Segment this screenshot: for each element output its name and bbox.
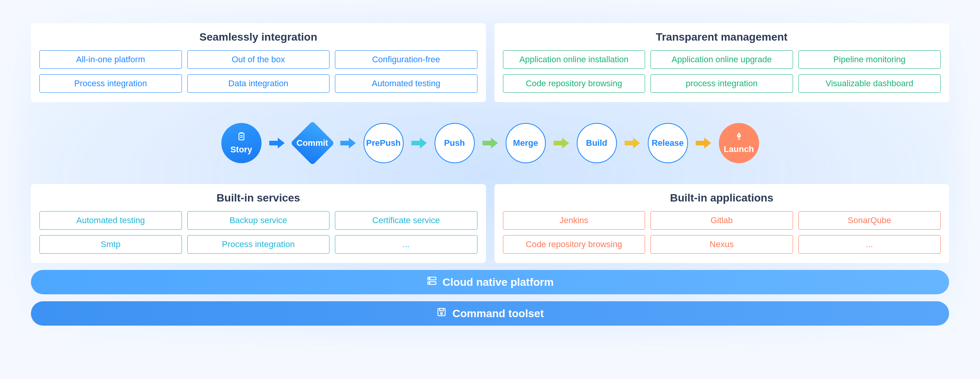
tag: ... (335, 235, 477, 254)
svg-point-4 (429, 278, 430, 279)
tag: Process integration (39, 74, 182, 93)
tag: Visualizable dashboard (798, 74, 941, 93)
panel-services: Built-in services Automated testing Back… (31, 184, 486, 263)
tag: Data integration (187, 74, 330, 93)
panel-integration: Seamlessly integration All-in-one platfo… (31, 23, 486, 102)
server-icon (426, 275, 437, 289)
arrow-icon (625, 137, 640, 149)
tag: Pipeline monitoring (798, 50, 941, 69)
svg-point-7 (441, 312, 443, 314)
node-label: Release (652, 138, 684, 148)
panel-title: Built-in applications (503, 192, 941, 204)
node-label: PrePush (366, 138, 401, 148)
svg-point-1 (738, 134, 739, 135)
clipboard-icon (236, 131, 246, 144)
node-merge: Merge (506, 123, 546, 163)
tag: SonarQube (798, 211, 941, 230)
svg-point-5 (429, 283, 430, 283)
node-prepush: PrePush (363, 123, 404, 163)
node-push: Push (435, 123, 475, 163)
tag: Automated testing (335, 74, 477, 93)
tag: Application online upgrade (651, 50, 793, 69)
bar-platform: Cloud native platform (31, 270, 949, 294)
tag: Automated testing (39, 211, 182, 230)
panel-apps: Built-in applications Jenkins Gitlab Son… (494, 184, 949, 263)
tag: Jenkins (503, 211, 645, 230)
arrow-icon (411, 137, 427, 149)
node-label: Launch (724, 144, 754, 154)
node-label: Commit (292, 123, 333, 163)
arrow-icon (482, 137, 498, 149)
pipeline: Story Commit PrePush Push Merge Build Re… (31, 112, 949, 174)
tag: Code repository browsing (503, 235, 645, 254)
tag: Configuration-free (335, 50, 477, 69)
node-release: Release (648, 123, 688, 163)
bar-label: Command toolset (452, 307, 544, 320)
tag: Certificate service (335, 211, 477, 230)
svg-rect-0 (239, 133, 244, 140)
tag: ... (798, 235, 941, 254)
panel-title: Built-in services (39, 192, 477, 204)
tag: All-in-one platform (39, 50, 182, 69)
bar-label: Cloud native platform (443, 276, 554, 289)
node-label: Story (230, 145, 252, 155)
tag: process integration (651, 74, 793, 93)
node-commit: Commit (292, 123, 333, 163)
tag: Nexus (651, 235, 793, 254)
node-launch: Launch (719, 123, 759, 163)
tag: Smtp (39, 235, 182, 254)
node-story: Story (221, 123, 262, 163)
tag: Backup service (187, 211, 330, 230)
tag: Process integration (187, 235, 330, 254)
node-label: Build (586, 138, 607, 148)
tag: Out of the box (187, 50, 330, 69)
tag: Code repository browsing (503, 74, 645, 93)
panel-management: Transparent management Application onlin… (494, 23, 949, 102)
bar-toolset: Command toolset (31, 301, 949, 326)
panel-title: Seamlessly integration (39, 31, 477, 43)
save-icon (436, 307, 447, 320)
arrow-icon (340, 137, 356, 149)
tag: Application online installation (503, 50, 645, 69)
node-label: Merge (513, 138, 538, 148)
arrow-icon (554, 137, 569, 149)
rocket-icon (734, 132, 744, 143)
panel-title: Transparent management (503, 31, 941, 43)
arrow-icon (269, 137, 285, 149)
node-label: Push (444, 138, 465, 148)
tag: Gitlab (651, 211, 793, 230)
arrow-icon (696, 137, 711, 149)
node-build: Build (577, 123, 617, 163)
